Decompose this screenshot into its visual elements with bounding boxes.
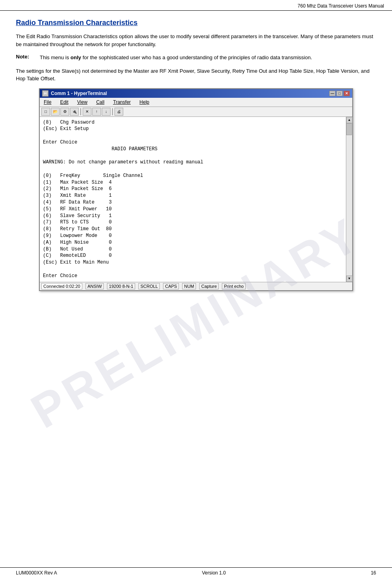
page-footer: LUM0000XX Rev A Version 1.0 16 — [0, 567, 392, 578]
menu-transfer[interactable]: Transfer — [111, 99, 133, 106]
note-block: Note: This menu is only for the sophisti… — [16, 54, 376, 62]
manual-title: 760 Mhz Data Transceiver Users Manual — [298, 3, 384, 9]
body-text-1: The Edit Radio Transmission Characterist… — [16, 33, 376, 48]
scrollbar[interactable]: ▲ ▼ — [346, 117, 352, 282]
footer-left: LUM0000XX Rev A — [16, 570, 57, 576]
hyper-statusbar: Connected 0:02:20 ANSIW 19200 8-N-1 SCRO… — [40, 282, 352, 290]
status-num: NUM — [182, 283, 196, 289]
toolbar-disconnect[interactable]: ✕ — [83, 108, 91, 116]
toolbar-open[interactable]: 📂 — [51, 108, 60, 116]
footer-right: 16 — [371, 570, 376, 576]
close-button[interactable]: ✕ — [343, 91, 350, 96]
toolbar-new[interactable]: □ — [41, 108, 50, 116]
status-print-echo: Print echo — [222, 283, 246, 289]
scroll-down-button[interactable]: ▼ — [346, 276, 353, 282]
window-controls[interactable]: — □ ✕ — [329, 91, 350, 96]
toolbar-separator-1 — [80, 108, 81, 115]
titlebar-left: H Comm 1 - HyperTerminal — [42, 90, 107, 97]
hyper-terminal-window: H Comm 1 - HyperTerminal — □ ✕ File Edit… — [39, 88, 353, 291]
window-title: Comm 1 - HyperTerminal — [51, 91, 107, 96]
hyper-titlebar: H Comm 1 - HyperTerminal — □ ✕ — [40, 89, 352, 98]
menu-help[interactable]: Help — [137, 99, 152, 106]
status-capture: Capture — [199, 283, 219, 289]
menu-edit[interactable]: Edit — [58, 99, 71, 106]
status-caps: CAPS — [163, 283, 179, 289]
maximize-button[interactable]: □ — [336, 91, 343, 96]
scroll-up-button[interactable]: ▲ — [346, 117, 353, 123]
status-baud: 19200 8-N-1 — [107, 283, 135, 289]
toolbar-send[interactable]: ↑ — [92, 108, 101, 116]
status-connected: Connected 0:02:20 — [41, 283, 82, 289]
note-label: Note: — [16, 54, 40, 62]
note-bold: only — [70, 54, 81, 60]
terminal-text[interactable]: (8) Chg Password (Esc) Exit Setup Enter … — [40, 117, 346, 282]
toolbar-properties[interactable]: ⚙ — [60, 108, 69, 116]
scrollbar-track[interactable] — [346, 123, 352, 276]
page-content: Radio Transmission Characteristics The E… — [0, 11, 392, 303]
minimize-button[interactable]: — — [329, 91, 336, 96]
scrollbar-thumb[interactable] — [346, 123, 352, 135]
menu-call[interactable]: Call — [94, 99, 107, 106]
terminal-area: (8) Chg Password (Esc) Exit Setup Enter … — [40, 117, 352, 282]
app-icon: H — [42, 90, 49, 97]
footer-center: Version 1.0 — [202, 570, 226, 576]
page-header: 760 Mhz Data Transceiver Users Manual — [0, 0, 392, 11]
toolbar-connect[interactable]: 🔌 — [70, 108, 79, 116]
toolbar-receive[interactable]: ↓ — [102, 108, 111, 116]
toolbar-separator-2 — [112, 108, 113, 115]
hyper-menubar: File Edit View Call Transfer Help — [40, 98, 352, 107]
menu-file[interactable]: File — [41, 99, 54, 106]
status-scroll: SCROLL — [138, 283, 160, 289]
hyper-toolbar: □ 📂 ⚙ 🔌 ✕ ↑ ↓ 🖨 — [40, 107, 352, 117]
menu-view[interactable]: View — [75, 99, 90, 106]
page-title: Radio Transmission Characteristics — [16, 19, 376, 27]
note-content: This menu is only for the sophisticated … — [40, 54, 376, 62]
status-ansiw: ANSIW — [85, 283, 104, 289]
toolbar-print[interactable]: 🖨 — [114, 108, 123, 116]
body-text-2: The settings for the Slave(s) not determ… — [16, 67, 376, 83]
